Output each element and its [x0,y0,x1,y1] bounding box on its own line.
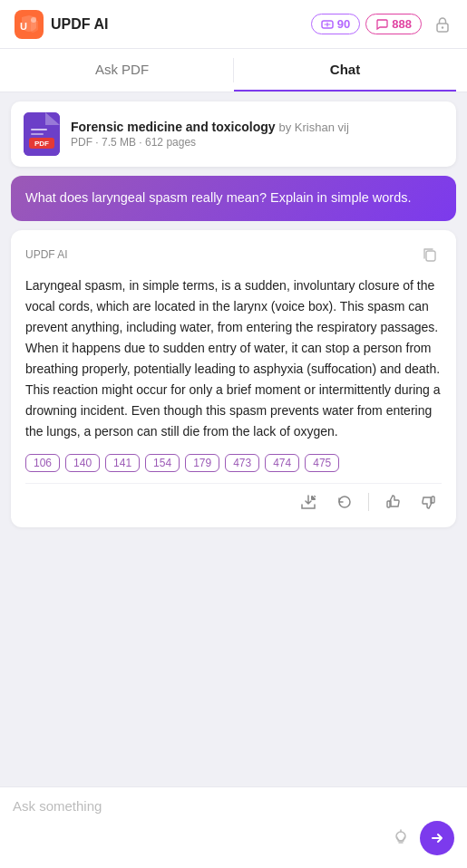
header: U UPDF AI 90 888 [0,0,467,49]
response-text: Laryngeal spasm, in simple terms, is a s… [25,275,442,443]
updf-logo-icon: U [15,10,44,39]
input-bottom-row [13,821,454,855]
tab-chat[interactable]: Chat [234,49,456,92]
pdf-file-icon: PDF [24,112,60,156]
svg-rect-13 [387,501,390,507]
copy-button[interactable] [418,243,442,266]
svg-text:U: U [20,21,27,32]
ask-input[interactable] [13,798,454,814]
ai-response: UPDF AI Laryngeal spasm, in simple terms… [11,230,456,527]
thumbdown-icon [420,493,438,511]
points-icon [321,18,334,31]
svg-rect-11 [426,251,435,261]
page-ref[interactable]: 140 [65,454,100,472]
tab-ask-pdf[interactable]: Ask PDF [11,49,233,92]
messages-badge[interactable]: 888 [365,14,422,34]
page-ref[interactable]: 154 [145,454,180,472]
pdf-card[interactable]: PDF Forensic medicine and toxicology by … [11,101,456,167]
page-refs: 106140141154179473474475 [25,454,442,472]
svg-text:PDF: PDF [34,140,49,148]
page-ref[interactable]: 106 [25,454,60,472]
thumbdown-button[interactable] [416,489,442,515]
export-icon [299,493,317,511]
copy-icon [422,246,438,263]
user-message: What does laryngeal spasm really mean? E… [11,176,456,221]
main-content: PDF Forensic medicine and toxicology by … [0,92,467,786]
response-actions [25,483,442,515]
page-ref[interactable]: 475 [305,454,339,472]
svg-point-2 [31,17,36,23]
export-button[interactable] [296,489,321,515]
input-row [13,798,454,814]
action-divider [368,493,369,511]
svg-rect-10 [31,133,44,135]
svg-point-5 [442,26,443,28]
thumbup-icon [384,493,402,511]
ai-response-header: UPDF AI [25,243,442,266]
page-ref[interactable]: 474 [265,454,299,472]
pdf-meta: PDF · 7.5 MB · 612 pages [71,136,349,149]
svg-rect-14 [432,497,434,503]
svg-rect-9 [31,129,47,130]
logo: U UPDF AI [15,10,108,39]
ai-label: UPDF AI [25,248,68,261]
lock-icon[interactable] [433,14,452,34]
message-icon [375,18,388,31]
bulb-icon [391,828,411,848]
page-ref[interactable]: 141 [105,454,140,472]
pdf-thumbnail: PDF [24,112,60,156]
refresh-button[interactable] [332,489,357,515]
thumbup-button[interactable] [380,489,405,515]
points-badge[interactable]: 90 [311,14,360,34]
logo-text: UPDF AI [51,16,108,33]
page-ref[interactable]: 473 [225,454,259,472]
tabs: Ask PDF Chat [0,49,467,92]
refresh-icon [336,493,354,511]
pdf-info: Forensic medicine and toxicology by Kris… [71,120,349,149]
send-icon [429,830,445,846]
page-ref[interactable]: 179 [185,454,219,472]
header-badges: 90 888 [311,14,452,34]
bulb-button[interactable] [391,828,411,848]
pdf-title: Forensic medicine and toxicology by Kris… [71,120,349,134]
input-area [0,786,467,868]
send-button[interactable] [420,821,454,855]
